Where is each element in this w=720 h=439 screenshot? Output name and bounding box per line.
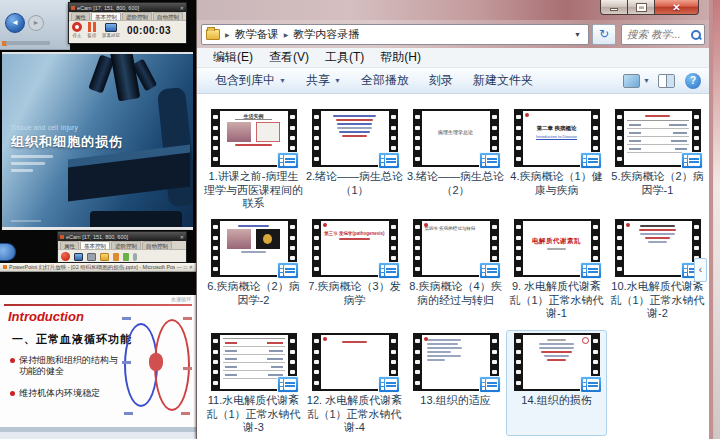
close-icon[interactable]: ✕ bbox=[180, 5, 184, 11]
window-text-fragment bbox=[6, 41, 50, 45]
menu-view[interactable]: 查看(V) bbox=[261, 49, 317, 66]
minimize-icon[interactable]: — bbox=[177, 264, 182, 270]
file-item[interactable]: 电解质代谢紊乱9. 水电解质代谢紊乱（1）正常水钠代谢-1 bbox=[506, 216, 607, 322]
file-item[interactable]: 5.疾病概论（2）病因学-1 bbox=[607, 106, 708, 212]
search-box[interactable] bbox=[621, 24, 705, 45]
file-item[interactable]: 14.组织的损伤 bbox=[506, 330, 607, 436]
change-view-button[interactable] bbox=[623, 74, 640, 88]
breadcrumb-separator-icon: ▶ bbox=[225, 31, 230, 38]
microphone-icon[interactable] bbox=[133, 253, 137, 261]
forward-button[interactable]: ► bbox=[28, 15, 44, 31]
burn-button[interactable]: 刻录 bbox=[419, 72, 463, 89]
maximize-button[interactable] bbox=[627, 0, 655, 15]
recorder-tab[interactable]: 自动控制 bbox=[153, 12, 183, 20]
filmstrip-holes bbox=[211, 109, 220, 167]
folder-icon bbox=[206, 29, 220, 40]
file-item[interactable]: 第四节 疾病的经过与转归8.疾病概论（4）疾病的经过与转归 bbox=[405, 216, 506, 322]
slide-corner-text: 血液循环 bbox=[171, 296, 191, 302]
audio-icon[interactable] bbox=[123, 253, 129, 261]
search-icon[interactable] bbox=[690, 29, 701, 40]
video-overlay-icon bbox=[580, 376, 602, 393]
chevron-down-icon: ▼ bbox=[334, 77, 341, 84]
play-all-button[interactable]: 全部播放 bbox=[351, 72, 419, 89]
file-item[interactable]: 6.疾病概论（2）病因学-2 bbox=[203, 216, 304, 322]
close-button[interactable]: ✕ bbox=[654, 0, 699, 15]
refresh-button[interactable]: ↻ bbox=[592, 24, 616, 45]
filmstrip-holes bbox=[413, 333, 422, 391]
stop-button[interactable]: 停止 bbox=[72, 22, 82, 38]
stop-icon bbox=[72, 22, 82, 32]
pause-button[interactable]: 暂停 bbox=[87, 22, 97, 38]
close-icon[interactable]: ✕ bbox=[189, 264, 193, 270]
screen-capture-button[interactable]: 屏幕捕获 bbox=[102, 23, 120, 38]
video-thumbnail bbox=[312, 333, 398, 391]
left-panel: ◄ ► Tissue and cell injury 组织和细胞的损伤 bbox=[0, 0, 196, 439]
address-dropdown-icon[interactable]: ▼ bbox=[571, 31, 584, 38]
recorder-tab[interactable]: 基本控制 bbox=[80, 241, 110, 249]
settings-icon[interactable] bbox=[113, 253, 119, 261]
menu-tools[interactable]: 工具(T) bbox=[317, 49, 372, 66]
back-button[interactable]: ◄ bbox=[5, 13, 25, 33]
file-label: 6.疾病概论（2）病因学-2 bbox=[204, 280, 303, 307]
recorder-tab[interactable]: 属性 bbox=[71, 12, 90, 20]
video-thumbnail: 第四节 疾病的经过与转归 bbox=[413, 219, 499, 277]
file-item[interactable]: 10.水电解质代谢紊乱（1）正常水钠代谢-2 bbox=[607, 216, 708, 322]
screen-icon[interactable] bbox=[74, 253, 83, 261]
chevron-down-icon[interactable]: ▼ bbox=[643, 77, 650, 84]
close-icon[interactable]: ✕ bbox=[180, 234, 184, 240]
maximize-icon[interactable]: □ bbox=[184, 264, 187, 270]
file-grid-row: 6.疾病概论（2）病因学-2第三节 发病学(pathogenesis)7.疾病概… bbox=[203, 216, 708, 322]
circulation-diagram bbox=[122, 315, 192, 417]
address-bar[interactable]: ▶ 教学备课 ▶ 教学内容录播 ▼ bbox=[201, 24, 589, 45]
breadcrumb-segment[interactable]: 教学内容录播 bbox=[293, 27, 359, 42]
desktop-background bbox=[712, 0, 720, 439]
folder-icon[interactable] bbox=[100, 253, 109, 261]
powerpoint-titlebar[interactable]: PowerPoint 幻灯片放映 - [02 组织和细胞的损伤.pptx] - … bbox=[0, 263, 196, 272]
breadcrumb-segment[interactable]: 教学备课 bbox=[235, 27, 279, 42]
video-overlay-icon bbox=[277, 152, 299, 169]
file-item[interactable]: 生活实例1.讲课之前-病理生理学与西医课程间的联系 bbox=[203, 106, 304, 212]
video-icon[interactable] bbox=[87, 253, 96, 261]
collapse-pane-button[interactable]: ‹ bbox=[694, 258, 707, 282]
recorder-tab[interactable]: 进阶控制 bbox=[122, 12, 152, 20]
file-item[interactable]: 第三节 发病学(pathogenesis)7.疾病概论（3）发病学 bbox=[304, 216, 405, 322]
menu-edit[interactable]: 编辑(E) bbox=[205, 49, 261, 66]
file-item[interactable]: 2.绪论——病生总论（1） bbox=[304, 106, 405, 212]
slide-title: 组织和细胞的损伤 bbox=[11, 133, 123, 151]
pause-icon bbox=[87, 22, 97, 32]
file-item[interactable]: 12. 水电解质代谢紊乱（1）正常水钠代谢-4 bbox=[304, 330, 405, 436]
recorder-title: eCam [17, 151, 800, 600] bbox=[66, 234, 128, 240]
recorder-titlebar[interactable]: eCam [17, 151, 800, 600] ✕ bbox=[58, 232, 186, 241]
screen: ◄ ► Tissue and cell injury 组织和细胞的损伤 bbox=[0, 0, 720, 439]
file-item[interactable]: 13.组织的适应 bbox=[405, 330, 506, 436]
video-thumbnail bbox=[615, 109, 701, 167]
include-in-library-button[interactable]: 包含到库中▼ bbox=[205, 72, 296, 89]
recorder-tab[interactable]: 进阶控制 bbox=[111, 241, 141, 249]
recorder-tab[interactable]: 基本控制 bbox=[91, 12, 121, 20]
slide-footer-strips bbox=[0, 427, 196, 439]
file-item[interactable]: 第二章 疾病概论Introduction to Disease4.疾病概论（1）… bbox=[506, 106, 607, 212]
preview-pane-button[interactable] bbox=[658, 74, 675, 88]
file-label: 8.疾病概论（4）疾病的经过与转归 bbox=[406, 280, 505, 307]
search-input[interactable] bbox=[625, 27, 690, 41]
minimize-button[interactable] bbox=[600, 0, 628, 15]
file-grid-row: 11.水电解质代谢紊乱（1）正常水钠代谢-312. 水电解质代谢紊乱（1）正常水… bbox=[203, 330, 607, 436]
record-icon[interactable] bbox=[61, 252, 70, 261]
recorder-window-top: eCam [17, 151, 800, 600] ✕ 属性 基本控制 进阶控制 … bbox=[68, 2, 187, 44]
app-icon bbox=[60, 235, 64, 239]
file-label: 13.组织的适应 bbox=[406, 394, 505, 408]
video-thumbnail: 病理生理学总论 bbox=[413, 109, 499, 167]
window-titlebar[interactable]: ✕ bbox=[197, 0, 709, 20]
file-item[interactable]: 11.水电解质代谢紊乱（1）正常水钠代谢-3 bbox=[203, 330, 304, 436]
recorder-tab[interactable]: 自动控制 bbox=[142, 241, 172, 249]
menu-help[interactable]: 帮助(H) bbox=[372, 49, 429, 66]
file-item[interactable]: 病理生理学总论3.绪论——病生总论（2） bbox=[405, 106, 506, 212]
recorder-titlebar[interactable]: eCam [17, 151, 800, 600] ✕ bbox=[69, 3, 186, 12]
new-folder-button[interactable]: 新建文件夹 bbox=[463, 72, 543, 89]
video-thumbnail bbox=[211, 219, 297, 277]
share-button[interactable]: 共享▼ bbox=[296, 72, 351, 89]
heart-shape bbox=[149, 353, 163, 371]
help-button[interactable]: ? bbox=[685, 73, 701, 89]
recorder-tab[interactable]: 属性 bbox=[60, 241, 79, 249]
background-button-fragment bbox=[0, 243, 16, 261]
